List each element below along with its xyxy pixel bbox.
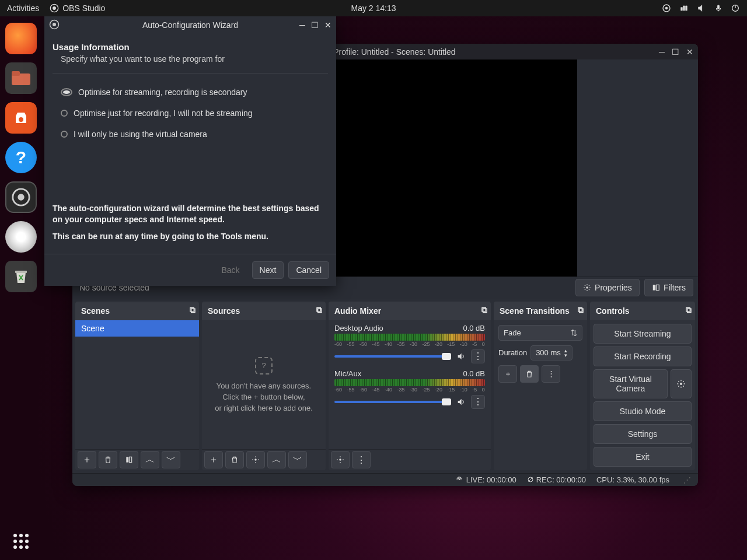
svg-rect-25 — [656, 285, 659, 290]
clock[interactable]: May 2 14:13 — [351, 4, 396, 13]
svg-point-3 — [665, 7, 668, 9]
speaker-icon[interactable] — [455, 396, 467, 408]
add-scene-button[interactable]: ＋ — [78, 451, 96, 468]
sources-header: Sources — [208, 306, 240, 316]
svg-point-19 — [25, 540, 29, 543]
level-meter — [334, 379, 485, 386]
scenes-panel: Scenes⧉ Scene ＋ ︿ ﹀ — [75, 302, 199, 470]
obs-tray-icon[interactable] — [662, 4, 671, 13]
scene-item[interactable]: Scene — [75, 320, 199, 337]
start-streaming-button[interactable]: Start Streaming — [594, 324, 692, 344]
close-icon[interactable]: ✕ — [686, 47, 693, 57]
mixer-settings-button[interactable] — [331, 451, 350, 468]
properties-button[interactable]: Properties — [575, 279, 640, 296]
network-icon[interactable] — [679, 4, 689, 13]
dock-software[interactable] — [5, 102, 37, 134]
svg-point-20 — [13, 545, 17, 549]
gnome-top-bar: Activities OBS Studio May 2 14:13 — [0, 0, 747, 16]
minimize-icon[interactable]: ─ — [299, 20, 305, 30]
transitions-panel: Scene Transitions⧉ Fade⇅ Duration 300 ms… — [494, 302, 587, 470]
transition-select[interactable]: Fade⇅ — [498, 325, 582, 341]
svg-point-16 — [25, 534, 29, 537]
remove-scene-button[interactable] — [99, 451, 117, 468]
popout-icon[interactable]: ⧉ — [190, 305, 196, 315]
svg-point-31 — [459, 479, 460, 480]
dock-apps-grid[interactable] — [5, 526, 37, 557]
panels-row: Scenes⧉ Scene ＋ ︿ ﹀ Sources⧉ ? You don't… — [72, 299, 698, 473]
volume-slider[interactable] — [334, 355, 451, 358]
svg-rect-27 — [130, 457, 132, 463]
sources-empty[interactable]: ? You don't have any sources. Click the … — [202, 320, 326, 449]
popout-icon[interactable]: ⧉ — [481, 305, 487, 315]
svg-point-15 — [19, 534, 23, 537]
scene-up-button[interactable]: ︿ — [141, 451, 159, 468]
dock-files[interactable] — [5, 62, 37, 94]
radio-dot-icon — [61, 131, 68, 138]
next-button[interactable]: Next — [252, 261, 284, 279]
popout-icon[interactable]: ⧉ — [686, 305, 692, 315]
maximize-icon[interactable]: ☐ — [672, 47, 679, 57]
channel-menu-button[interactable]: ⋮ — [471, 349, 485, 363]
add-source-button[interactable]: ＋ — [204, 451, 223, 468]
broadcast-icon — [455, 475, 464, 484]
maximize-icon[interactable]: ☐ — [311, 20, 319, 30]
settings-button[interactable]: Settings — [594, 424, 692, 444]
svg-point-22 — [25, 545, 29, 549]
transition-menu-button[interactable]: ⋮ — [542, 365, 560, 383]
mixer-menu-button[interactable]: ⋮ — [352, 451, 371, 468]
question-icon: ? — [255, 357, 273, 374]
dock-disc[interactable] — [5, 221, 37, 253]
radio-recording[interactable]: Optimise just for recording, I will not … — [61, 108, 328, 118]
speaker-icon[interactable] — [455, 350, 467, 363]
volume-icon[interactable] — [697, 4, 706, 13]
dock-firefox[interactable] — [5, 23, 37, 54]
studio-mode-button[interactable]: Studio Mode — [594, 401, 692, 421]
remove-transition-button[interactable] — [520, 365, 539, 383]
svg-rect-8 — [12, 71, 20, 76]
dock-obs[interactable] — [5, 181, 37, 213]
source-down-button[interactable]: ﹀ — [288, 451, 307, 468]
app-menu[interactable]: OBS Studio — [50, 4, 105, 13]
svg-point-18 — [19, 540, 23, 543]
scene-down-button[interactable]: ﹀ — [162, 451, 180, 468]
dock-trash[interactable] — [5, 261, 37, 292]
start-vcam-button[interactable]: Start Virtual Camera — [594, 369, 668, 398]
radio-dot-icon — [61, 110, 68, 117]
remove-source-button[interactable] — [225, 451, 244, 468]
start-recording-button[interactable]: Start Recording — [594, 346, 692, 366]
status-bar: LIVE: 00:00:00 REC: 00:00:00 CPU: 3.3%, … — [72, 473, 698, 486]
svg-rect-13 — [15, 271, 27, 273]
svg-point-23 — [586, 287, 588, 289]
volume-slider[interactable] — [334, 401, 451, 403]
close-icon[interactable]: ✕ — [324, 20, 331, 30]
add-transition-button[interactable]: ＋ — [498, 365, 517, 383]
vcam-settings-button[interactable] — [671, 369, 692, 398]
power-icon[interactable] — [731, 4, 740, 13]
exit-button[interactable]: Exit — [594, 447, 692, 467]
controls-panel: Controls⧉ Start Streaming Start Recordin… — [590, 302, 695, 470]
wizard-title: Auto-Configuration Wizard — [142, 20, 238, 30]
audio-mixer-panel: Audio Mixer⧉ Desktop Audio0.0 dB -60-55-… — [329, 302, 491, 470]
wizard-subheading: Specify what you want to use the program… — [61, 54, 328, 64]
obs-icon — [50, 4, 59, 13]
scene-filter-button[interactable] — [120, 451, 138, 468]
scenes-header: Scenes — [81, 306, 110, 316]
radio-streaming[interactable]: Optimise for streaming, recording is sec… — [61, 88, 328, 97]
minimize-icon[interactable]: ─ — [659, 47, 665, 57]
dock-help[interactable]: ? — [5, 142, 37, 173]
source-properties-button[interactable] — [246, 451, 265, 468]
gear-icon — [583, 284, 591, 292]
resize-grip-icon[interactable]: ⋰ — [683, 475, 691, 484]
duration-spinner[interactable]: 300 ms▴▾ — [530, 345, 573, 360]
obs-icon — [49, 19, 60, 30]
popout-icon[interactable]: ⧉ — [316, 305, 322, 315]
mic-icon[interactable] — [714, 4, 722, 13]
radio-vcam[interactable]: I will only be using the virtual camera — [61, 130, 328, 139]
source-up-button[interactable]: ︿ — [267, 451, 286, 468]
filters-button[interactable]: Filters — [644, 279, 693, 296]
channel-menu-button[interactable]: ⋮ — [471, 395, 485, 409]
record-icon — [527, 476, 534, 483]
cancel-button[interactable]: Cancel — [288, 261, 329, 279]
popout-icon[interactable]: ⧉ — [578, 305, 584, 315]
activities-button[interactable]: Activities — [7, 4, 39, 13]
